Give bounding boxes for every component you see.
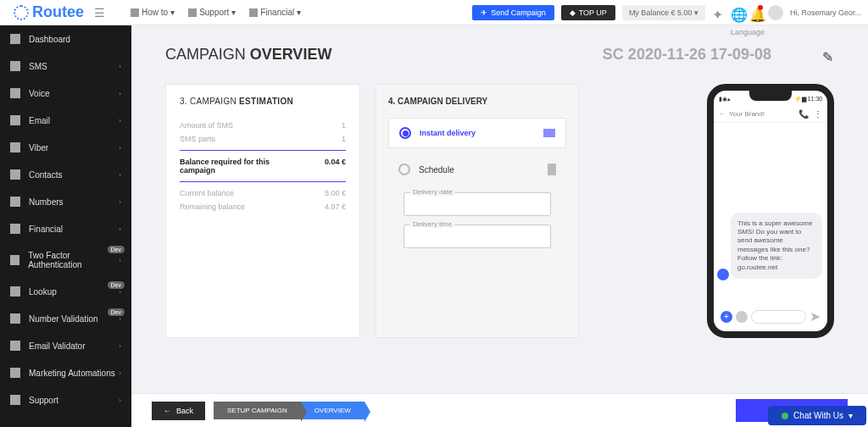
est-label: Remaining balance xyxy=(180,202,245,211)
nav-financial[interactable]: Financial▾ xyxy=(249,8,301,17)
sms-bubble: This is a super awesome SMS! Do you want… xyxy=(731,213,822,279)
sidebar-label: Voice xyxy=(29,89,49,98)
chevron-down-icon: ▾ xyxy=(849,411,853,420)
sidebar-item-email-validator[interactable]: Email Validator› xyxy=(0,332,131,359)
sidebar-label: Numbers xyxy=(29,197,64,207)
sidebar-item-dashboard[interactable]: Dashboard xyxy=(0,25,131,53)
phone-call-icon: 📞 xyxy=(798,109,809,119)
step-overview[interactable]: OVERVIEW xyxy=(301,402,364,419)
sidebar-item-viber[interactable]: Viber› xyxy=(0,134,131,161)
avatar[interactable] xyxy=(768,5,783,20)
instant-label: Instant delivery xyxy=(420,129,476,137)
schedule-label: Schedule xyxy=(419,165,454,175)
step-setup[interactable]: SETUP CAMPAIGN xyxy=(214,402,301,419)
balance-req-value: 0.04 € xyxy=(325,158,346,175)
language-label: Language xyxy=(731,28,765,36)
chevron-right-icon: › xyxy=(119,396,121,404)
sidebar-icon xyxy=(10,224,20,234)
chat-widget[interactable]: Chat With Us ▾ xyxy=(768,406,866,425)
sidebar-icon xyxy=(10,368,20,378)
delivery-time-input[interactable] xyxy=(403,225,551,248)
estimation-card: 3. CAMPAIGN ESTIMATION Amount of SMS1 SM… xyxy=(165,84,360,338)
nav-support[interactable]: Support▾ xyxy=(188,8,236,17)
edit-icon[interactable]: ✎ xyxy=(822,49,834,61)
sidebar-icon xyxy=(10,142,20,152)
sidebar-item-lookup[interactable]: Lookup›Dev xyxy=(0,278,131,305)
chevron-right-icon: › xyxy=(119,225,121,233)
sidebar-label: Lookup xyxy=(29,287,57,297)
chevron-down-icon: ▾ xyxy=(297,8,301,17)
sidebar-item-support[interactable]: Support› xyxy=(0,386,131,413)
instant-icon xyxy=(543,129,555,137)
balance-value: € 5.00 xyxy=(670,8,692,17)
chevron-right-icon: › xyxy=(119,369,121,377)
est-value: 1 xyxy=(342,135,346,143)
sidebar-item-two-factor-authentication[interactable]: Two Factor Authentication›Dev xyxy=(0,242,131,278)
balance-label: My Balance xyxy=(629,8,669,17)
sidebar-item-financial[interactable]: Financial› xyxy=(0,215,131,242)
logo[interactable]: Routee xyxy=(14,3,84,21)
page-title: CAMPAIGN OVERVIEW xyxy=(165,46,331,64)
estimation-heading: 3. CAMPAIGN ESTIMATION xyxy=(180,97,346,106)
sidebar-item-number-validation[interactable]: Number Validation›Dev xyxy=(0,305,131,332)
balance-req-label: Balance required for this campaign xyxy=(180,158,290,175)
sidebar-icon xyxy=(10,88,20,98)
compass-icon[interactable]: ✦ xyxy=(712,7,724,19)
chevron-right-icon: › xyxy=(119,63,121,70)
financial-icon xyxy=(249,8,258,17)
delivery-date-input[interactable] xyxy=(403,192,551,216)
support-icon xyxy=(188,8,197,17)
back-button[interactable]: ←Back xyxy=(152,402,205,420)
nav-howto[interactable]: How to▾ xyxy=(131,8,175,17)
camera-icon xyxy=(736,311,748,323)
back-arrow-icon: ← xyxy=(719,110,726,118)
chevron-down-icon: ▾ xyxy=(231,8,236,17)
sidebar-icon xyxy=(10,34,20,44)
dev-badge: Dev xyxy=(108,246,125,253)
chevron-right-icon: › xyxy=(119,257,121,264)
sidebar-label: Marketing Automations xyxy=(29,369,115,378)
sidebar-icon xyxy=(10,61,20,71)
schedule-icon xyxy=(548,164,556,175)
sidebar-icon xyxy=(10,197,20,207)
sidebar-item-sms[interactable]: SMS› xyxy=(0,53,131,80)
chevron-down-icon: ▾ xyxy=(694,8,698,17)
sidebar-label: Email Validator xyxy=(29,341,86,351)
date-label: Delivery date xyxy=(410,188,455,196)
instant-delivery-option[interactable]: Instant delivery xyxy=(388,118,566,148)
sidebar-item-numbers[interactable]: Numbers› xyxy=(0,188,131,215)
radio-instant[interactable] xyxy=(399,127,411,139)
language-selector[interactable]: 🌐 Language xyxy=(731,7,743,19)
sidebar-item-contacts[interactable]: Contacts› xyxy=(0,161,131,188)
est-value: 1 xyxy=(342,121,346,130)
sidebar-label: Financial xyxy=(29,225,63,234)
topup-button[interactable]: ◆TOP UP xyxy=(561,5,615,20)
sidebar-icon xyxy=(10,395,20,405)
sidebar-label: SMS xyxy=(29,62,47,71)
topup-icon: ◆ xyxy=(570,8,576,17)
sidebar-icon xyxy=(10,313,20,324)
sidebar-item-email[interactable]: Email› xyxy=(0,107,131,134)
menu-toggle-icon[interactable]: ☰ xyxy=(94,6,105,19)
balance-display[interactable]: My Balance € 5.00 ▾ xyxy=(622,5,705,20)
est-value: 4.97 € xyxy=(325,202,346,211)
sidebar-icon xyxy=(10,169,20,180)
notification-dot xyxy=(758,5,763,10)
sidebar-label: Number Validation xyxy=(29,314,98,324)
sidebar-label: Two Factor Authentication xyxy=(28,251,119,269)
chevron-right-icon: › xyxy=(119,171,121,179)
send-campaign-button[interactable]: ✈Send Campaign xyxy=(472,5,554,20)
sidebar-icon xyxy=(10,115,20,125)
chevron-right-icon: › xyxy=(119,90,121,97)
radio-schedule[interactable] xyxy=(398,164,410,175)
chevron-right-icon: › xyxy=(119,342,121,350)
sidebar-label: Viber xyxy=(29,143,48,152)
notifications-icon[interactable]: 🔔 xyxy=(749,7,761,19)
sidebar-item-marketing-automations[interactable]: Marketing Automations› xyxy=(0,359,131,386)
phone-brand: Your Brand! xyxy=(729,110,765,118)
time-label: Delivery time xyxy=(410,220,454,228)
schedule-option[interactable]: Schedule xyxy=(388,164,566,184)
chevron-down-icon: ▾ xyxy=(170,8,175,17)
plus-icon: + xyxy=(721,311,732,323)
sidebar-item-voice[interactable]: Voice› xyxy=(0,80,131,107)
